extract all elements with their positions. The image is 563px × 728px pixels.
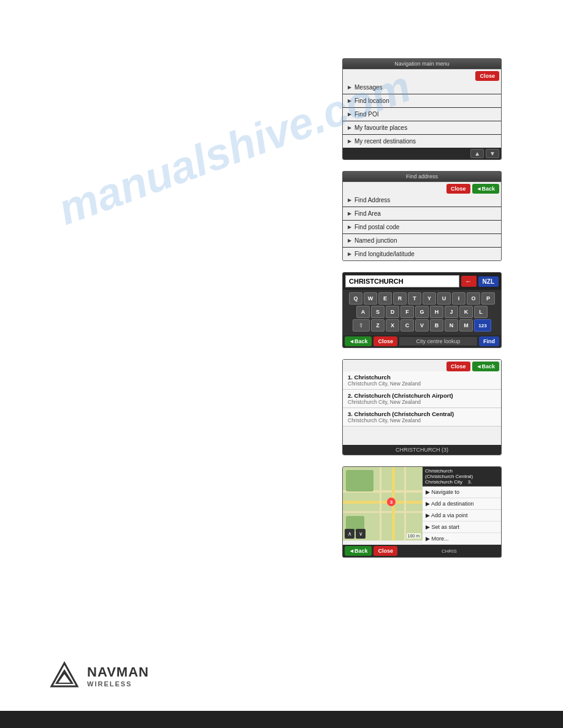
navman-logo: NAVMAN WIRELESS [49, 661, 149, 691]
key-c[interactable]: C [400, 319, 414, 332]
find-postal-code-item[interactable]: ▶ Find postal code [343, 221, 501, 234]
key-b[interactable]: B [430, 319, 443, 332]
menu-item-label: Find POI [354, 111, 378, 118]
screen5-body: 3 ∧ ∨ 100 m Christchurch(Christchurch Ce… [343, 467, 501, 545]
search-input[interactable] [345, 275, 459, 287]
menu-item-recent-destinations[interactable]: ▶ My recent destinations [343, 135, 501, 148]
screen5-map-detail: 3 ∧ ∨ 100 m Christchurch(Christchurch Ce… [342, 466, 502, 558]
key-p[interactable]: P [481, 292, 495, 305]
bottom-bar [0, 711, 563, 728]
keyboard-row-2: A S D F G H J K L [345, 306, 499, 318]
screen2-back-button[interactable]: ◄Back [472, 184, 499, 194]
key-n[interactable]: N [445, 319, 458, 332]
menu-item-messages[interactable]: ▶ Messages [343, 81, 501, 94]
screen4-back-button[interactable]: ◄Back [472, 362, 499, 371]
key-s[interactable]: S [371, 306, 385, 318]
key-u[interactable]: U [437, 292, 451, 305]
menu-item-label: Messages [354, 84, 383, 91]
keyboard-find-button[interactable]: Find [479, 336, 499, 346]
set-as-start-item[interactable]: ▶ Set as start [423, 521, 501, 533]
keyboard-input-row: ← NZL [343, 273, 501, 290]
key-a[interactable]: A [356, 306, 370, 318]
map-up-button[interactable]: ∧ [345, 529, 354, 539]
find-longitude-label: Find longitude/latitude [354, 251, 415, 257]
screen2-close-button[interactable]: Close [446, 184, 470, 194]
navman-sub-label: WIRELESS [87, 680, 149, 688]
more-item[interactable]: ▶ More... [423, 533, 501, 545]
key-j[interactable]: J [445, 306, 458, 318]
keyboard-close-button[interactable]: Close [373, 336, 397, 346]
add-via-point-item[interactable]: ▶ Add a via point [423, 510, 501, 521]
scroll-up-button[interactable]: ▲ [470, 149, 484, 158]
screen3-keyboard: ← NZL Q W E R T Y U I O P A S [342, 272, 502, 348]
key-d[interactable]: D [386, 306, 399, 318]
arrow-icon: ▶ [348, 238, 351, 243]
key-z[interactable]: Z [371, 319, 385, 332]
key-123[interactable]: 123 [474, 319, 491, 332]
key-f[interactable]: F [400, 306, 414, 318]
result-sub-3: Christchurch City, New Zealand [348, 417, 496, 423]
map-nav-buttons: ∧ ∨ [345, 529, 366, 539]
result-item-1[interactable]: 1. Christchurch Christchurch City, New Z… [343, 371, 501, 390]
key-g[interactable]: G [415, 306, 429, 318]
shift-key[interactable]: ⇧ [353, 319, 370, 332]
screen2-title: Find address [343, 172, 501, 182]
key-l[interactable]: L [474, 306, 488, 318]
key-e[interactable]: E [378, 292, 392, 305]
result-sub-2: Christchurch City, New Zealand [348, 399, 496, 405]
screen5-footer: ◄Back Close CHRIS [343, 545, 501, 557]
menu-item-find-poi[interactable]: ▶ Find POI [343, 108, 501, 121]
keyboard-row-1: Q W E R T Y U I O P [345, 292, 499, 305]
menu-item-label: Find location [354, 97, 389, 104]
find-postal-code-label: Find postal code [354, 224, 399, 230]
arrow-icon: ▶ [348, 125, 351, 131]
keyboard-bottom-bar: ◄Back Close City centre lookup Find [343, 335, 501, 347]
key-q[interactable]: Q [349, 292, 362, 305]
key-y[interactable]: Y [423, 292, 436, 305]
screen1-menu-items: ▶ Messages ▶ Find location ▶ Find POI ▶ … [343, 81, 501, 148]
result-sub-1: Christchurch City, New Zealand [348, 381, 496, 387]
delete-button[interactable]: ← [461, 276, 477, 287]
map-marker: 3 [387, 498, 396, 506]
menu-item-favourite-places[interactable]: ▶ My favourite places [343, 121, 501, 135]
screen1-close-button[interactable]: Close [475, 71, 499, 81]
key-t[interactable]: T [408, 292, 421, 305]
navigate-to-item[interactable]: ▶ Navigate to [423, 487, 501, 498]
key-h[interactable]: H [430, 306, 443, 318]
map-scale: 100 m [407, 533, 421, 539]
screen1-title: Navigation main menu [343, 59, 501, 69]
find-longitude-item[interactable]: ▶ Find longitude/latitude [343, 248, 501, 260]
key-r[interactable]: R [393, 292, 407, 305]
add-destination-item[interactable]: ▶ Add a destination [423, 498, 501, 510]
screen4-search-results: Close ◄Back 1. Christchurch Christchurch… [342, 359, 502, 455]
arrow-icon: ▶ [348, 197, 351, 203]
key-m[interactable]: M [459, 319, 473, 332]
find-area-item[interactable]: ▶ Find Area [343, 207, 501, 221]
key-o[interactable]: O [467, 292, 480, 305]
key-k[interactable]: K [459, 306, 473, 318]
screen5-close-button[interactable]: Close [373, 546, 397, 556]
named-junction-item[interactable]: ▶ Named junction [343, 234, 501, 248]
scroll-down-button[interactable]: ▼ [486, 149, 499, 158]
screen1-navigation-main-menu: Navigation main menu Close ▶ Messages ▶ … [342, 58, 502, 160]
arrow-icon: ▶ [348, 98, 351, 104]
map-down-button[interactable]: ∨ [356, 529, 366, 539]
key-x[interactable]: X [386, 319, 399, 332]
key-v[interactable]: V [415, 319, 429, 332]
menu-item-find-location[interactable]: ▶ Find location [343, 94, 501, 108]
screen4-close-button[interactable]: Close [446, 362, 470, 371]
key-w[interactable]: W [364, 292, 377, 305]
arrow-icon: ▶ [348, 112, 351, 117]
map-area: 3 ∧ ∨ 100 m [343, 467, 423, 540]
map-menu: Christchurch(Christchurch Central)Christ… [423, 467, 501, 545]
screen5-back-button[interactable]: ◄Back [345, 546, 372, 556]
keyboard-back-button[interactable]: ◄Back [345, 336, 372, 346]
country-code-button[interactable]: NZL [478, 276, 499, 287]
navman-logo-icon [49, 661, 80, 691]
result-item-2[interactable]: 2. Christchurch (Christchurch Airport) C… [343, 390, 501, 408]
key-i[interactable]: I [452, 292, 465, 305]
find-address-item[interactable]: ▶ Find Address [343, 194, 501, 207]
menu-item-label: My recent destinations [354, 138, 416, 145]
result-name-1: 1. Christchurch [348, 374, 496, 381]
result-item-3[interactable]: 3. Christchurch (Christchurch Central) C… [343, 408, 501, 427]
